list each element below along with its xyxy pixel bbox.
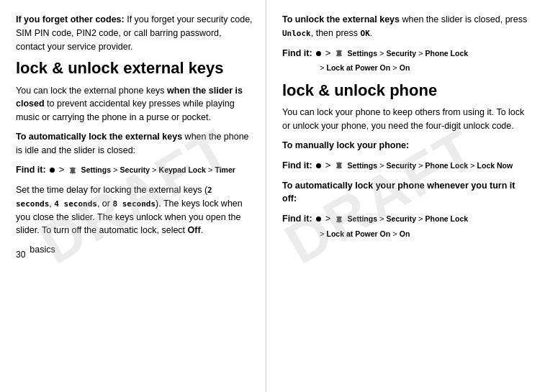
find-it-block-3: Find it: > Settings > Security > Phone L… — [282, 158, 532, 173]
gear-icon-4 — [334, 214, 344, 224]
section1-heading: lock & unlock external keys — [16, 59, 253, 78]
page-basics: 30 basics — [16, 243, 253, 263]
find-it-path-4b: > Lock at Power On > On — [282, 229, 410, 238]
right-column: To unlock the external keys when the sli… — [266, 0, 545, 392]
arrow-2: > — [325, 47, 333, 58]
basics-label: basics — [30, 243, 55, 257]
find-it-path-2: Settings > Security > Phone Lock — [348, 49, 468, 58]
bullet-dot-1 — [50, 168, 55, 173]
bullet-dot-2 — [316, 51, 321, 56]
auto-phone-lock-label: To automatically lock your phone wheneve… — [282, 179, 532, 206]
find-it-path-4: Settings > Security > Phone Lock — [348, 214, 468, 223]
arrow-4: > — [325, 213, 333, 224]
find-it-label-1: Find it: — [16, 165, 48, 175]
bullet-dot-4 — [316, 216, 321, 222]
intro-text: If you forget other codes: If you forget… — [16, 13, 253, 53]
arrow-3: > — [325, 160, 333, 170]
find-it-block-1: Find it: > Settings > Security > Keypad … — [16, 163, 253, 178]
find-it-path-3: Settings > Security > Phone Lock > Lock … — [348, 161, 513, 170]
gear-icon-1 — [68, 165, 78, 176]
left-column: If you forget other codes: If you forget… — [0, 0, 266, 392]
find-it-label-3: Find it: — [282, 160, 315, 170]
page-container: DRAFT DRAFT If you forget other codes: I… — [0, 0, 545, 392]
page-number: 30 — [16, 250, 25, 260]
section2-heading: lock & unlock phone — [282, 81, 532, 100]
gear-icon-2 — [334, 48, 344, 58]
unlock-external-text: To unlock the external keys when the sli… — [282, 13, 532, 40]
find-it-block-2: Find it: > Settings > Security > Phone L… — [282, 46, 532, 76]
find-it-label-4: Find it: — [282, 214, 315, 224]
find-it-label-2: Find it: — [282, 48, 315, 58]
bullet-dot-3 — [316, 163, 321, 168]
find-it-path-2b: > Lock at Power On > On — [282, 63, 410, 72]
find-it-path-1: Settings > Security > Keypad Lock > Time… — [81, 165, 235, 174]
find-it-block-4: Find it: > Settings > Security > Phone L… — [282, 211, 532, 242]
arrow-1: > — [59, 164, 67, 175]
auto-lock-label: To automatically lock the external keys … — [16, 130, 253, 158]
set-time-text: Set the time delay for locking the exter… — [16, 183, 253, 237]
gear-icon-3 — [334, 160, 344, 170]
section2-body: You can lock your phone to keep others f… — [282, 106, 532, 133]
section1-body: You can lock the external phone keys whe… — [16, 84, 253, 124]
manual-lock-label: To manually lock your phone: — [282, 139, 532, 152]
